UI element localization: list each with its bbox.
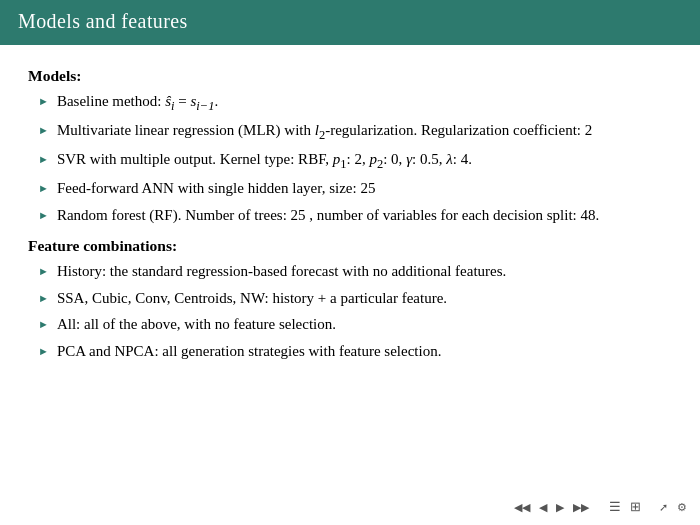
slide-title: Models and features xyxy=(18,10,188,32)
nav-bar: ◀◀ ◀ ▶ ▶▶ ☰ ⊞ ➚ ⚙ xyxy=(511,497,690,517)
list-item: ► Random forest (RF). Number of trees: 2… xyxy=(38,205,672,227)
bullet-arrow-icon: ► xyxy=(38,152,49,168)
slide-content: Models: ► Baseline method: ŝi = si−1. ► … xyxy=(0,45,700,383)
models-section: Models: ► Baseline method: ŝi = si−1. ► … xyxy=(28,67,672,227)
bullet-arrow-icon: ► xyxy=(38,94,49,110)
nav-next-icon[interactable]: ▶ xyxy=(553,499,567,516)
features-section: Feature combinations: ► History: the sta… xyxy=(28,237,672,363)
models-list: ► Baseline method: ŝi = si−1. ► Multivar… xyxy=(38,91,672,227)
models-title: Models: xyxy=(28,67,672,85)
list-item: ► History: the standard regression-based… xyxy=(38,261,672,283)
bullet-arrow-icon: ► xyxy=(38,123,49,139)
svr-text: SVR with multiple output. Kernel type: R… xyxy=(57,149,672,173)
bullet-arrow-icon: ► xyxy=(38,344,49,360)
nav-zoom-icon[interactable]: ➚ xyxy=(656,499,671,516)
nav-settings-icon[interactable]: ⚙ xyxy=(674,499,690,516)
list-item: ► SVR with multiple output. Kernel type:… xyxy=(38,149,672,173)
slide-header: Models and features xyxy=(0,0,700,45)
bullet-arrow-icon: ► xyxy=(38,317,49,333)
list-item: ► SSA, Cubic, Conv, Centroids, NW: histo… xyxy=(38,288,672,310)
all-text: All: all of the above, with no feature s… xyxy=(57,314,672,336)
nav-first-icon[interactable]: ◀◀ xyxy=(511,499,533,516)
bullet-arrow-icon: ► xyxy=(38,264,49,280)
features-list: ► History: the standard regression-based… xyxy=(38,261,672,363)
pca-text: PCA and NPCA: all generation strategies … xyxy=(57,341,672,363)
mlr-text: Multivariate linear regression (MLR) wit… xyxy=(57,120,672,144)
nav-prev-icon[interactable]: ◀ xyxy=(536,499,550,516)
list-item: ► Feed-forward ANN with single hidden la… xyxy=(38,178,672,200)
list-item: ► Multivariate linear regression (MLR) w… xyxy=(38,120,672,144)
history-text: History: the standard regression-based f… xyxy=(57,261,672,283)
ann-text: Feed-forward ANN with single hidden laye… xyxy=(57,178,672,200)
nav-menu-icon[interactable]: ☰ xyxy=(606,497,624,517)
rf-text: Random forest (RF). Number of trees: 25 … xyxy=(57,205,672,227)
bullet-arrow-icon: ► xyxy=(38,208,49,224)
bullet-arrow-icon: ► xyxy=(38,181,49,197)
list-item: ► PCA and NPCA: all generation strategie… xyxy=(38,341,672,363)
features-title: Feature combinations: xyxy=(28,237,672,255)
ssa-text: SSA, Cubic, Conv, Centroids, NW: history… xyxy=(57,288,672,310)
list-item: ► All: all of the above, with no feature… xyxy=(38,314,672,336)
bullet-arrow-icon: ► xyxy=(38,291,49,307)
nav-grid-icon[interactable]: ⊞ xyxy=(627,497,644,517)
nav-last-icon[interactable]: ▶▶ xyxy=(570,499,592,516)
baseline-text: Baseline method: ŝi = si−1. xyxy=(57,91,672,115)
list-item: ► Baseline method: ŝi = si−1. xyxy=(38,91,672,115)
